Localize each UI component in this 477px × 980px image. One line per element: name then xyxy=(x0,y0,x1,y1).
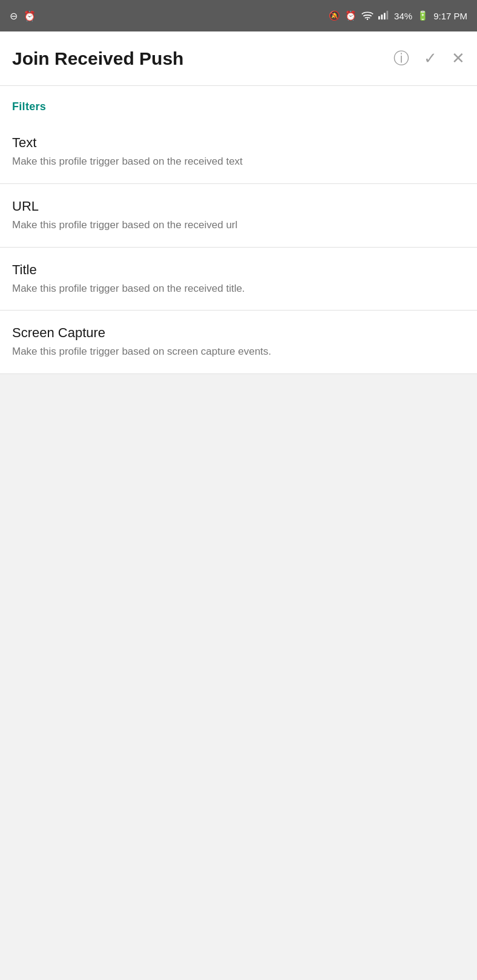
battery-icon: 🔋 xyxy=(417,10,429,21)
filter-screen-capture-desc: Make this profile trigger based on scree… xyxy=(12,344,465,359)
info-icon[interactable]: ⓘ xyxy=(393,48,409,69)
filter-title-desc: Make this profile trigger based on the r… xyxy=(12,281,465,296)
filters-label: Filters xyxy=(12,100,46,113)
page-title: Join Received Push xyxy=(12,48,183,69)
media-off-icon: ⊖ xyxy=(10,10,18,22)
svg-rect-2 xyxy=(381,15,383,19)
svg-rect-4 xyxy=(387,10,389,19)
filter-item-title[interactable]: Title Make this profile trigger based on… xyxy=(0,248,477,311)
filters-section: Filters xyxy=(0,86,477,120)
battery-level: 34% xyxy=(394,11,412,21)
close-icon[interactable]: ✕ xyxy=(452,49,465,68)
filter-item-url[interactable]: URL Make this profile trigger based on t… xyxy=(0,184,477,248)
filter-item-text[interactable]: Text Make this profile trigger based on … xyxy=(0,120,477,184)
filter-text-desc: Make this profile trigger based on the r… xyxy=(12,154,465,169)
filter-url-title: URL xyxy=(12,199,465,214)
mute-icon: 🔕 xyxy=(329,10,340,21)
content-area: Filters Text Make this profile trigger b… xyxy=(0,86,477,374)
filter-screen-capture-title: Screen Capture xyxy=(12,325,465,341)
check-icon[interactable]: ✓ xyxy=(424,49,437,68)
status-bar: ⊖ ⏰ 🔕 ⏰ 34% 🔋 9:17 PM xyxy=(0,0,477,31)
svg-point-0 xyxy=(367,18,369,20)
svg-rect-1 xyxy=(378,16,380,19)
signal-icon xyxy=(378,10,389,22)
alarm-icon: ⏰ xyxy=(24,10,36,22)
filter-item-screen-capture[interactable]: Screen Capture Make this profile trigger… xyxy=(0,311,477,374)
app-header: Join Received Push ⓘ ✓ ✕ xyxy=(0,31,477,86)
svg-rect-3 xyxy=(384,13,386,19)
status-right-icons: 🔕 ⏰ 34% 🔋 9:17 PM xyxy=(329,10,467,22)
status-left-icons: ⊖ ⏰ xyxy=(10,10,36,22)
time-display: 9:17 PM xyxy=(433,11,467,21)
filter-text-title: Text xyxy=(12,135,465,151)
wifi-icon xyxy=(361,10,373,22)
filter-title-title: Title xyxy=(12,262,465,278)
empty-area xyxy=(0,374,477,846)
filter-url-desc: Make this profile trigger based on the r… xyxy=(12,218,465,232)
header-action-icons: ⓘ ✓ ✕ xyxy=(393,48,465,69)
alarm-active-icon: ⏰ xyxy=(345,10,357,21)
